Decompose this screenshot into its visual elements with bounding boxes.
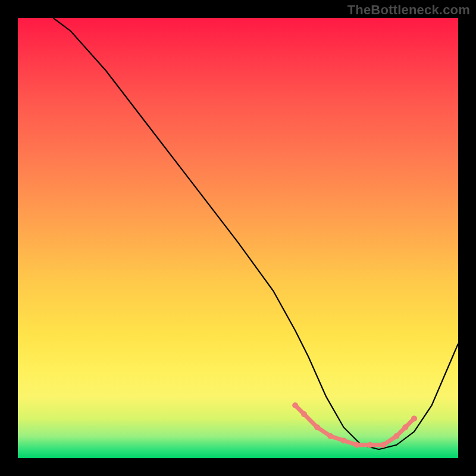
marker-dot xyxy=(402,424,408,430)
watermark-text: TheBottleneck.com xyxy=(347,2,470,18)
marker-dot xyxy=(327,433,333,439)
marker-dot xyxy=(393,433,399,439)
marker-dot xyxy=(292,402,298,408)
marker-dot xyxy=(314,424,320,430)
chart-frame: TheBottleneck.com xyxy=(0,0,476,476)
chart-svg xyxy=(18,18,458,458)
marker-dot xyxy=(341,437,347,443)
marker-dot xyxy=(367,442,373,448)
bottleneck-curve xyxy=(53,18,458,449)
marker-dot xyxy=(380,442,386,448)
marker-group xyxy=(292,402,417,448)
plot-area xyxy=(18,18,458,458)
marker-dot xyxy=(301,411,307,417)
marker-dot xyxy=(411,415,417,421)
marker-dot xyxy=(354,442,360,448)
